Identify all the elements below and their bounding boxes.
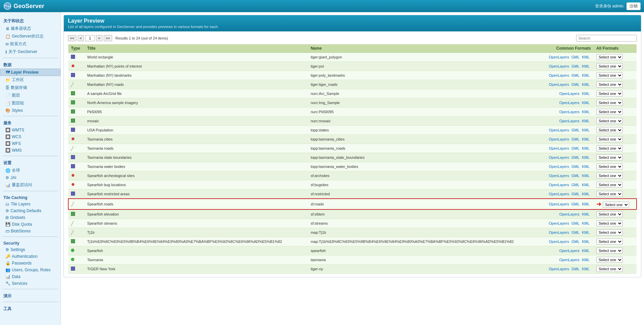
kml-link[interactable]: KML <box>582 119 590 123</box>
kml-link[interactable]: KML <box>582 249 590 253</box>
all-formats-select[interactable]: Select one <box>596 136 623 142</box>
sidebar-item-layers[interactable]: 📄 图层 <box>0 92 60 99</box>
openlayers-link[interactable]: OpenLayers <box>549 82 569 86</box>
kml-link[interactable]: KML <box>582 192 590 196</box>
openlayers-link[interactable]: OpenLayers <box>549 267 569 271</box>
prev-page-button[interactable]: < <box>78 35 84 41</box>
gml-link[interactable]: GML <box>571 192 579 196</box>
openlayers-link[interactable]: OpenLayers <box>549 202 569 206</box>
all-formats-select[interactable]: Select one <box>596 72 623 78</box>
sidebar-item-gridsets[interactable]: ⊞ Gridsets <box>0 214 60 221</box>
kml-link[interactable]: KML <box>582 267 590 271</box>
all-formats-select[interactable]: Select one <box>596 118 623 124</box>
kml-link[interactable]: KML <box>582 212 590 216</box>
openlayers-link[interactable]: OpenLayers <box>549 183 569 187</box>
openlayers-link[interactable]: OpenLayers <box>549 73 569 77</box>
all-formats-select[interactable]: Select one <box>596 109 623 115</box>
all-formats-select[interactable]: Select one <box>596 229 623 235</box>
sidebar-item-about[interactable]: ℹ 关于 GeoServer <box>0 48 60 56</box>
sidebar-item-workspaces[interactable]: 📁 工作区 <box>0 76 60 84</box>
all-formats-select[interactable]: Select one <box>596 257 623 263</box>
sidebar-item-layer-preview[interactable]: 🗺 Layer Preview <box>0 69 60 76</box>
all-formats-select[interactable]: Select one <box>596 266 623 272</box>
sidebar-item-global[interactable]: 🌐 全球 <box>0 167 60 174</box>
sidebar-item-layergroups[interactable]: 📑 图层组 <box>0 99 60 107</box>
openlayers-link[interactable]: OpenLayers <box>559 110 579 114</box>
openlayers-link[interactable]: OpenLayers <box>549 221 569 225</box>
sidebar-item-security-data[interactable]: 📊 Data <box>0 273 60 280</box>
sidebar-item-wcs[interactable]: 🔲 WCS <box>0 133 60 140</box>
kml-link[interactable]: KML <box>582 128 590 132</box>
all-formats-select[interactable]: Select one <box>596 220 623 226</box>
all-formats-select[interactable]: Select one <box>596 173 623 179</box>
kml-link[interactable]: KML <box>582 155 590 159</box>
gml-link[interactable]: GML <box>571 64 579 68</box>
kml-link[interactable]: KML <box>582 64 590 68</box>
openlayers-link[interactable]: OpenLayers <box>549 240 569 244</box>
gml-link[interactable]: GML <box>571 165 579 169</box>
all-formats-select[interactable]: Select one <box>596 248 623 254</box>
gml-link[interactable]: GML <box>571 137 579 141</box>
all-formats-select[interactable]: Select one <box>596 63 623 69</box>
gml-link[interactable]: GML <box>571 82 579 86</box>
openlayers-link[interactable]: OpenLayers <box>559 258 579 262</box>
kml-link[interactable]: KML <box>582 73 590 77</box>
gml-link[interactable]: GML <box>571 174 579 178</box>
sidebar-item-disk-quota[interactable]: 💾 Disk Quota <box>0 221 60 228</box>
all-formats-select[interactable]: Select one <box>596 81 623 88</box>
openlayers-link[interactable]: OpenLayers <box>549 146 569 150</box>
sidebar-item-contact[interactable]: ✉ 联系方式 <box>0 40 60 48</box>
kml-link[interactable]: KML <box>582 101 590 105</box>
sidebar-item-security-services[interactable]: 🔧 Services <box>0 280 60 287</box>
openlayers-link[interactable]: OpenLayers <box>549 155 569 159</box>
kml-link[interactable]: KML <box>582 174 590 178</box>
sidebar-item-passwords[interactable]: 🔒 Passwords <box>0 260 60 267</box>
gml-link[interactable]: GML <box>571 55 579 59</box>
openlayers-link[interactable]: OpenLayers <box>549 174 569 178</box>
kml-link[interactable]: KML <box>582 92 590 96</box>
kml-link[interactable]: KML <box>582 258 590 262</box>
kml-link[interactable]: KML <box>582 240 590 244</box>
all-formats-select[interactable]: Select one <box>596 54 623 60</box>
gml-link[interactable]: GML <box>571 73 579 77</box>
sidebar-item-security-settings[interactable]: ⚙ Settings <box>0 246 60 253</box>
page-input[interactable] <box>85 35 95 41</box>
sidebar-item-wms[interactable]: 🔲 WMS <box>0 147 60 154</box>
openlayers-link[interactable]: OpenLayers <box>559 92 579 96</box>
gml-link[interactable]: GML <box>571 267 579 271</box>
search-input[interactable] <box>576 35 637 42</box>
kml-link[interactable]: KML <box>582 55 590 59</box>
all-formats-select[interactable]: Select one <box>603 202 629 208</box>
openlayers-link[interactable]: OpenLayers <box>559 212 579 216</box>
sidebar-item-server-status[interactable]: 🖥 服务器状态 <box>0 25 60 32</box>
kml-link[interactable]: KML <box>582 165 590 169</box>
openlayers-link[interactable]: OpenLayers <box>549 55 569 59</box>
openlayers-link[interactable]: OpenLayers <box>549 64 569 68</box>
kml-link[interactable]: KML <box>582 82 590 86</box>
gml-link[interactable]: GML <box>571 146 579 150</box>
all-formats-select[interactable]: Select one <box>596 100 623 106</box>
openlayers-link[interactable]: OpenLayers <box>559 249 579 253</box>
kml-link[interactable]: KML <box>582 137 590 141</box>
logout-button[interactable]: 注销 <box>626 2 641 10</box>
gml-link[interactable]: GML <box>571 221 579 225</box>
sidebar-item-authentication[interactable]: 🔑 Authentication <box>0 253 60 260</box>
all-formats-select[interactable]: Select one <box>596 191 623 197</box>
sidebar-item-styles[interactable]: 🎨 Styles <box>0 107 60 114</box>
kml-link[interactable]: KML <box>582 230 590 234</box>
openlayers-link[interactable]: OpenLayers <box>559 101 579 105</box>
all-formats-select[interactable]: Select one <box>596 182 623 188</box>
sidebar-item-stores[interactable]: 🗄 数据存储 <box>0 84 60 92</box>
sidebar-item-wfs[interactable]: 🔲 WFS <box>0 140 60 147</box>
all-formats-select[interactable]: Select one <box>596 211 623 217</box>
all-formats-select[interactable]: Select one <box>596 154 623 160</box>
openlayers-link[interactable]: OpenLayers <box>549 128 569 132</box>
gml-link[interactable]: GML <box>571 230 579 234</box>
all-formats-select[interactable]: Select one <box>596 91 623 97</box>
sidebar-item-coverage-access[interactable]: 📊 覆盖层访问 <box>0 181 60 189</box>
first-page-button[interactable]: << <box>68 35 76 41</box>
openlayers-link[interactable]: OpenLayers <box>559 119 579 123</box>
gml-link[interactable]: GML <box>571 128 579 132</box>
sidebar-item-caching-defaults[interactable]: ⚙ Caching Defaults <box>0 207 60 214</box>
kml-link[interactable]: KML <box>582 146 590 150</box>
